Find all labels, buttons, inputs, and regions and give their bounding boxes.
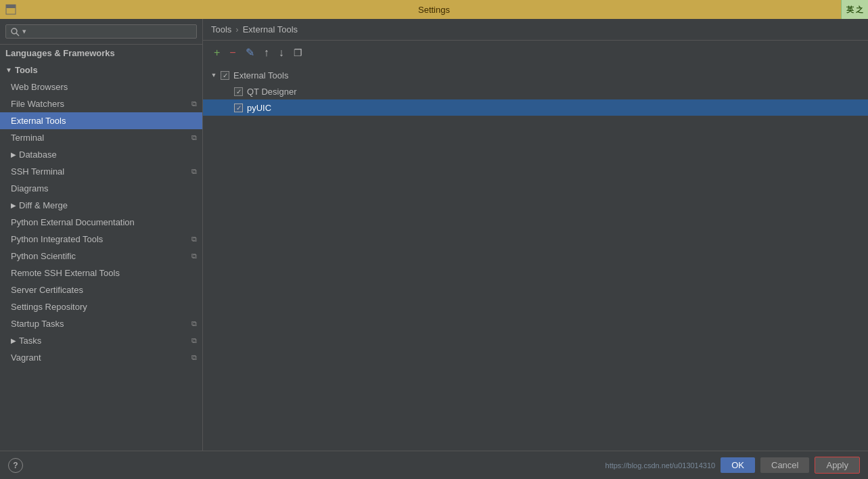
- diff-merge-arrow-icon: ▶: [11, 202, 16, 209]
- python-integrated-copy-icon: ⧉: [191, 235, 197, 244]
- sidebar-group-tools[interactable]: ▼ Tools: [0, 62, 202, 78]
- vagrant-copy-icon: ⧉: [191, 353, 197, 362]
- sidebar-item-python-scientific-label: Python Scientific: [11, 251, 76, 261]
- file-watchers-copy-icon: ⧉: [191, 99, 197, 108]
- sidebar-item-ssh-terminal-label: SSH Terminal: [11, 166, 64, 177]
- sidebar-item-external-tools-label: External Tools: [11, 116, 66, 126]
- sidebar-item-vagrant[interactable]: Vagrant ⧉: [0, 349, 202, 366]
- copy-button[interactable]: ❐: [291, 46, 305, 60]
- edit-button[interactable]: ✎: [243, 45, 257, 60]
- breadcrumb: Tools › External Tools: [203, 19, 868, 41]
- sidebar-item-remote-ssh[interactable]: Remote SSH External Tools: [0, 265, 202, 281]
- right-panel: Tools › External Tools + − ✎ ↑ ↓ ❐ ▼ ✓ E…: [203, 19, 868, 451]
- tree-row-pyuic[interactable]: ▼ ✓ pyUIC: [203, 99, 868, 116]
- sidebar-item-terminal-label: Terminal: [11, 133, 44, 143]
- add-button[interactable]: +: [211, 45, 223, 60]
- svg-line-3: [16, 33, 19, 36]
- sidebar-item-python-ext-docs[interactable]: Python External Documentation: [0, 214, 202, 231]
- database-arrow-icon: ▶: [11, 151, 16, 158]
- tree-row-external-tools[interactable]: ▼ ✓ External Tools: [203, 67, 868, 83]
- sidebar-item-ssh-terminal[interactable]: SSH Terminal ⧉: [0, 163, 202, 180]
- qt-designer-label: QT Designer: [247, 87, 296, 97]
- cancel-button[interactable]: Cancel: [760, 457, 809, 473]
- sidebar-nav: Languages & Frameworks ▼ Tools Web Brows…: [0, 45, 202, 451]
- bottom-right: https://blog.csdn.net/u013014310 OK Canc…: [606, 457, 860, 474]
- svg-rect-1: [6, 5, 16, 8]
- tasks-arrow-icon: ▶: [11, 337, 16, 344]
- sidebar-group-diff-merge[interactable]: ▶ Diff & Merge: [0, 197, 202, 214]
- bottom-bar: ? https://blog.csdn.net/u013014310 OK Ca…: [0, 451, 868, 479]
- sidebar-group-database[interactable]: ▶ Database: [0, 146, 202, 163]
- startup-tasks-copy-icon: ⧉: [191, 319, 197, 328]
- sidebar-item-python-ext-docs-label: Python External Documentation: [11, 217, 135, 227]
- search-dropdown-icon[interactable]: ▾: [22, 27, 26, 36]
- pyuic-checkbox[interactable]: ✓: [234, 104, 243, 112]
- sidebar-item-server-certificates-label: Server Certificates: [11, 285, 83, 295]
- sidebar-item-file-watchers-label: File Watchers: [11, 99, 64, 109]
- sidebar-item-server-certificates[interactable]: Server Certificates: [0, 281, 202, 298]
- sidebar-item-diagrams-label: Diagrams: [11, 183, 49, 193]
- window-title: Settings: [418, 5, 450, 15]
- move-up-button[interactable]: ↑: [261, 45, 272, 60]
- search-icon: [10, 27, 20, 37]
- sidebar-group-tools-label: Tools: [15, 65, 38, 75]
- sidebar-item-python-integrated-tools-label: Python Integrated Tools: [11, 234, 103, 244]
- tree-row-qt-designer[interactable]: ▼ ✓ QT Designer: [203, 83, 868, 99]
- pyuic-label: pyUIC: [247, 103, 271, 113]
- tree-content: ▼ ✓ External Tools ▼ ✓ QT Designer ▼ ✓ p: [203, 64, 868, 451]
- sidebar-item-terminal[interactable]: Terminal ⧉: [0, 129, 202, 146]
- tasks-copy-icon: ⧉: [191, 336, 197, 345]
- python-scientific-copy-icon: ⧉: [191, 252, 197, 260]
- sidebar-item-startup-tasks-label: Startup Tasks: [11, 319, 64, 329]
- sidebar-item-python-scientific[interactable]: Python Scientific ⧉: [0, 248, 202, 265]
- ssh-terminal-copy-icon: ⧉: [191, 167, 197, 176]
- move-down-button[interactable]: ↓: [276, 45, 287, 60]
- corner-badge: 英 之: [841, 0, 868, 19]
- sidebar-item-python-integrated-tools[interactable]: Python Integrated Tools ⧉: [0, 231, 202, 248]
- help-button[interactable]: ?: [8, 458, 23, 473]
- sidebar-item-external-tools[interactable]: External Tools: [0, 112, 202, 129]
- sidebar-section-languages[interactable]: Languages & Frameworks: [0, 45, 202, 62]
- url-text: https://blog.csdn.net/u013014310: [606, 461, 716, 470]
- qt-designer-checkbox[interactable]: ✓: [234, 87, 243, 96]
- breadcrumb-current: External Tools: [243, 24, 298, 35]
- sidebar-item-web-browsers-label: Web Browsers: [11, 82, 68, 92]
- external-tools-label: External Tools: [233, 70, 288, 81]
- sidebar-item-web-browsers[interactable]: Web Browsers: [0, 78, 202, 95]
- sidebar-item-settings-repository-label: Settings Repository: [11, 302, 87, 312]
- breadcrumb-root[interactable]: Tools: [211, 24, 231, 35]
- apply-button[interactable]: Apply: [815, 457, 860, 474]
- sidebar: ▾ Languages & Frameworks ▼ Tools Web Bro…: [0, 19, 203, 451]
- search-input[interactable]: [29, 26, 192, 37]
- sidebar-item-vagrant-label: Vagrant: [11, 352, 41, 363]
- remove-button[interactable]: −: [227, 45, 238, 60]
- sidebar-section-languages-label: Languages & Frameworks: [5, 48, 115, 58]
- ok-button[interactable]: OK: [721, 457, 755, 473]
- tools-arrow-icon: ▼: [5, 66, 12, 74]
- breadcrumb-separator: ›: [235, 24, 238, 35]
- sidebar-item-remote-ssh-label: Remote SSH External Tools: [11, 268, 120, 278]
- sidebar-group-tasks[interactable]: ▶ Tasks ⧉: [0, 332, 202, 349]
- main-content: ▾ Languages & Frameworks ▼ Tools Web Bro…: [0, 19, 868, 451]
- search-wrapper[interactable]: ▾: [5, 24, 197, 39]
- toolbar: + − ✎ ↑ ↓ ❐: [203, 41, 868, 64]
- sidebar-item-startup-tasks[interactable]: Startup Tasks ⧉: [0, 315, 202, 332]
- sidebar-item-file-watchers[interactable]: File Watchers ⧉: [0, 95, 202, 112]
- title-bar: Settings 英 之: [0, 0, 868, 19]
- terminal-copy-icon: ⧉: [191, 133, 197, 142]
- search-box: ▾: [0, 19, 202, 45]
- sidebar-group-tasks-label: Tasks: [19, 336, 41, 346]
- sidebar-item-diagrams[interactable]: Diagrams: [0, 180, 202, 197]
- external-tools-checkbox[interactable]: ✓: [221, 71, 229, 80]
- sidebar-item-settings-repository[interactable]: Settings Repository: [0, 298, 202, 315]
- external-tools-toggle[interactable]: ▼: [208, 70, 219, 81]
- sidebar-group-database-label: Database: [19, 150, 57, 160]
- svg-point-2: [12, 28, 17, 34]
- window-icon: [5, 4, 16, 15]
- sidebar-group-diff-merge-label: Diff & Merge: [19, 200, 68, 210]
